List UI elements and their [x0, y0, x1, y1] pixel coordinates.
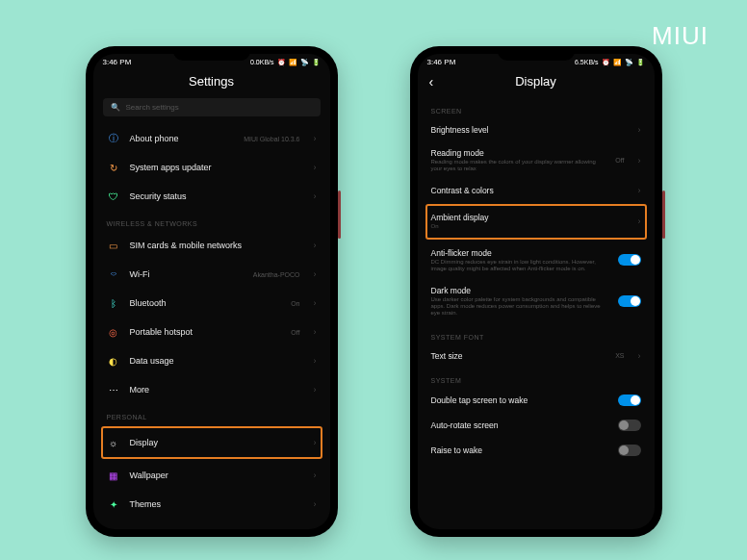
row-value: MIUI Global 10.3.6: [244, 136, 299, 142]
back-button[interactable]: ‹: [429, 74, 434, 89]
row-sim-cards[interactable]: ▭ SIM cards & mobile networks ›: [103, 231, 321, 260]
chevron-right-icon: ›: [638, 216, 641, 226]
row-label: Contrast & colors: [431, 186, 629, 195]
chevron-right-icon: ›: [314, 191, 317, 201]
bluetooth-icon: ᛒ: [107, 296, 120, 310]
display-list[interactable]: SCREEN Brightness level › Reading mode R…: [418, 98, 655, 529]
refresh-icon: ↻: [107, 161, 120, 174]
phone-display: 3:46 PM 6.5KB/s⏰📶📡🔋 ‹ Display SCREEN Bri…: [410, 46, 662, 537]
toggle-auto-rotate[interactable]: [618, 420, 641, 431]
toggle-raise-wake[interactable]: [618, 445, 641, 456]
display-icon: ☼: [107, 436, 120, 449]
row-double-tap[interactable]: Double tap screen to wake: [427, 388, 645, 413]
search-icon: 🔍: [111, 103, 120, 112]
row-sublabel: Use darker color palette for system back…: [431, 296, 608, 318]
phones-container: 3:46 PM 0.0KB/s⏰📶📡🔋 Settings 🔍Search set…: [0, 0, 747, 537]
row-bluetooth[interactable]: ᛒ Bluetooth On ›: [103, 289, 321, 318]
status-time: 3:46 PM: [427, 58, 456, 66]
search-input[interactable]: 🔍Search settings: [103, 98, 321, 116]
signal-icon: 📶: [613, 59, 622, 66]
row-auto-rotate[interactable]: Auto-rotate screen: [427, 413, 645, 438]
row-data-usage[interactable]: ◐ Data usage ›: [103, 346, 321, 375]
row-display[interactable]: ☼ Display ›: [101, 426, 322, 459]
row-label: Auto-rotate screen: [431, 420, 608, 430]
page-title: ‹ Display: [418, 68, 655, 98]
row-label: Wallpaper: [130, 471, 304, 480]
phone-settings: 3:46 PM 0.0KB/s⏰📶📡🔋 Settings 🔍Search set…: [86, 46, 338, 537]
row-label: Brightness level: [431, 125, 629, 135]
info-icon: ⓘ: [107, 132, 120, 145]
statusbar: 3:46 PM 0.0KB/s⏰📶📡🔋: [93, 54, 330, 68]
chevron-right-icon: ›: [638, 351, 641, 361]
search-placeholder: Search settings: [126, 103, 179, 112]
row-contrast[interactable]: Contrast & colors ›: [427, 179, 645, 202]
signal-icon: 📶: [289, 59, 297, 66]
status-time: 3:46 PM: [103, 58, 132, 66]
toggle-antiflicker[interactable]: [618, 254, 641, 266]
row-value: On: [291, 300, 299, 307]
alarm-icon: ⏰: [277, 59, 286, 66]
row-brightness[interactable]: Brightness level ›: [427, 118, 645, 141]
chevron-right-icon: ›: [314, 385, 317, 395]
row-ambient-display[interactable]: Ambient display On ›: [425, 204, 647, 239]
settings-list[interactable]: ⓘ About phone MIUI Global 10.3.6 › ↻ Sys…: [93, 124, 330, 529]
chevron-right-icon: ›: [314, 327, 317, 337]
chevron-right-icon: ›: [314, 499, 317, 509]
battery-icon: 🔋: [636, 59, 645, 66]
row-label: Bluetooth: [130, 298, 282, 308]
row-wifi[interactable]: ⌔ Wi-Fi Akantha-POCO ›: [103, 260, 321, 289]
row-dark-mode[interactable]: Dark mode Use darker color palette for s…: [427, 279, 645, 324]
chevron-right-icon: ›: [314, 298, 317, 308]
row-system-updater[interactable]: ↻ System apps updater ›: [103, 153, 321, 182]
toggle-double-tap[interactable]: [618, 395, 641, 406]
row-reading-mode[interactable]: Reading mode Reading mode makes the colo…: [427, 141, 645, 179]
row-about-phone[interactable]: ⓘ About phone MIUI Global 10.3.6 ›: [103, 124, 321, 153]
row-antiflicker[interactable]: Anti-flicker mode DC Dimming reduces eye…: [427, 242, 645, 279]
chevron-right-icon: ›: [314, 269, 317, 279]
chevron-right-icon: ›: [314, 134, 317, 143]
more-icon: ⋯: [107, 383, 120, 396]
status-icons: 6.5KB/s⏰📶📡🔋: [575, 59, 645, 66]
row-more[interactable]: ⋯ More ›: [103, 375, 321, 404]
row-label: SIM cards & mobile networks: [130, 241, 304, 250]
page-title: Settings: [93, 68, 330, 98]
row-text-size[interactable]: Text size XS ›: [427, 344, 645, 368]
sim-icon: ▭: [107, 239, 120, 252]
row-value: Off: [291, 329, 299, 336]
row-label: System apps updater: [130, 163, 304, 172]
row-hotspot[interactable]: ◎ Portable hotspot Off ›: [103, 318, 321, 346]
chevron-right-icon: ›: [314, 471, 317, 480]
statusbar: 3:46 PM 6.5KB/s⏰📶📡🔋: [418, 54, 655, 68]
chevron-right-icon: ›: [314, 438, 317, 447]
wifi-icon: 📡: [625, 59, 633, 66]
toggle-dark-mode[interactable]: [618, 295, 641, 307]
row-label: Display: [130, 438, 304, 447]
row-label: Dark mode: [431, 286, 608, 295]
wifi-icon: ⌔: [107, 267, 120, 281]
row-label: Reading mode: [431, 148, 606, 158]
row-label: About phone: [130, 134, 235, 143]
battery-icon: 🔋: [312, 59, 321, 66]
row-label: Text size: [431, 351, 606, 361]
row-value: Off: [615, 157, 624, 164]
row-label: Anti-flicker mode: [431, 248, 608, 258]
wallpaper-icon: ▦: [107, 469, 120, 482]
wifi-icon: 📡: [300, 59, 309, 66]
alarm-icon: ⏰: [602, 59, 610, 66]
screen-display: 3:46 PM 6.5KB/s⏰📶📡🔋 ‹ Display SCREEN Bri…: [418, 54, 655, 529]
row-sublabel: Reading mode makes the colors of your di…: [431, 159, 606, 172]
row-security-status[interactable]: 🛡 Security status ›: [103, 182, 321, 211]
row-label: Raise to wake: [431, 445, 608, 455]
row-themes[interactable]: ✦ Themes ›: [103, 490, 321, 519]
row-raise-wake[interactable]: Raise to wake: [427, 438, 645, 463]
section-wireless: WIRELESS & NETWORKS: [103, 211, 321, 231]
status-icons: 0.0KB/s⏰📶📡🔋: [250, 59, 321, 66]
section-personal: PERSONAL: [103, 404, 321, 424]
chevron-right-icon: ›: [638, 156, 641, 165]
row-wallpaper[interactable]: ▦ Wallpaper ›: [103, 461, 321, 490]
data-icon: ◐: [107, 354, 120, 368]
shield-icon: 🛡: [107, 190, 120, 203]
themes-icon: ✦: [107, 497, 120, 511]
screen-settings: 3:46 PM 0.0KB/s⏰📶📡🔋 Settings 🔍Search set…: [93, 54, 330, 529]
row-label: Portable hotspot: [130, 327, 282, 337]
